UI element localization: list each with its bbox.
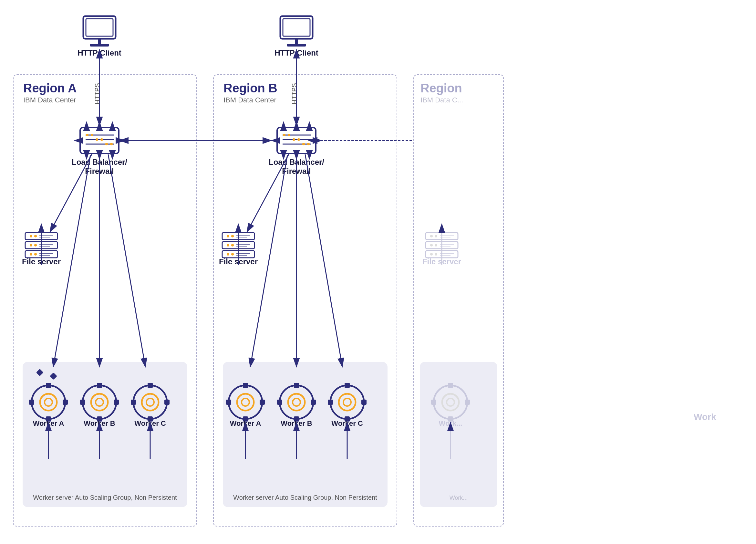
region-c-subtitle: IBM Data C... — [420, 96, 463, 104]
svg-rect-6 — [90, 44, 109, 46]
svg-rect-7 — [280, 16, 313, 39]
region-b-title: Region B — [223, 81, 277, 95]
region-c-title: Region — [420, 81, 463, 95]
region-a-label: Region A IBM Data Center — [23, 81, 77, 104]
region-b-label: Region B IBM Data Center — [223, 81, 277, 104]
partial-work-label: Work — [694, 412, 716, 422]
worker-group-c-label: Work... — [420, 495, 497, 501]
worker-group-a: Worker server Auto Scaling Group, Non Pe… — [23, 362, 187, 507]
svg-rect-5 — [98, 39, 101, 45]
svg-rect-9 — [295, 39, 298, 45]
svg-rect-4 — [86, 19, 113, 36]
client-a-label: HTTP Client — [78, 48, 121, 57]
svg-rect-8 — [283, 19, 310, 36]
worker-group-c: Work... — [420, 362, 497, 507]
svg-rect-3 — [83, 16, 116, 39]
diagram-container: Region A IBM Data Center Region B IBM Da… — [0, 0, 756, 544]
worker-group-b: Worker server Auto Scaling Group, Non Pe… — [223, 362, 388, 507]
worker-group-a-label: Worker server Auto Scaling Group, Non Pe… — [23, 494, 187, 501]
svg-rect-10 — [287, 44, 306, 46]
worker-group-b-label: Worker server Auto Scaling Group, Non Pe… — [223, 494, 388, 501]
region-a-subtitle: IBM Data Center — [23, 96, 77, 104]
region-a-title: Region A — [23, 81, 77, 95]
region-c-label: Region IBM Data C... — [420, 81, 463, 104]
client-b-label: HTTP Client — [274, 48, 318, 57]
region-b-subtitle: IBM Data Center — [223, 96, 277, 104]
